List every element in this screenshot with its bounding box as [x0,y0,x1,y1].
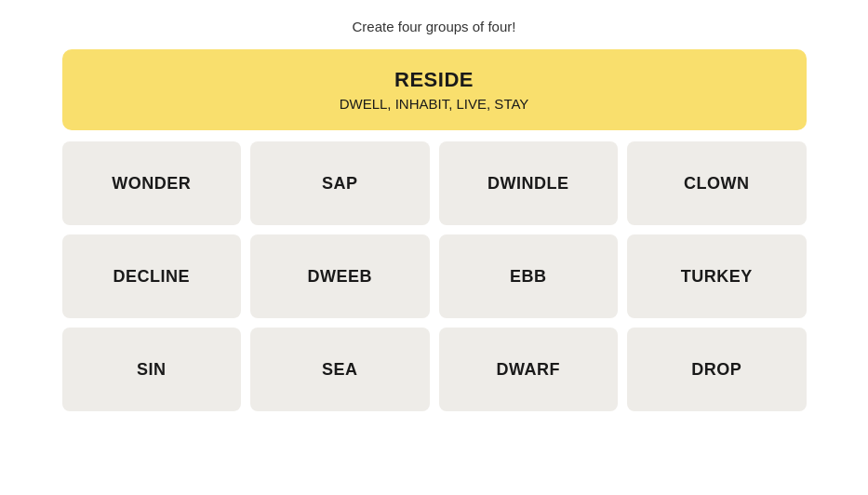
word-card-drop[interactable]: DROP [627,328,807,411]
solved-category-card: RESIDE DWELL, INHABIT, LIVE, STAY [62,49,807,130]
word-label-wonder: WONDER [112,174,191,194]
word-label-dwarf: DWARF [497,360,561,380]
word-card-wonder[interactable]: WONDER [62,141,242,225]
word-card-sea[interactable]: SEA [250,328,430,411]
word-card-ebb[interactable]: EBB [439,234,619,318]
word-card-turkey[interactable]: TURKEY [627,234,807,318]
word-card-clown[interactable]: CLOWN [627,141,807,225]
word-card-decline[interactable]: DECLINE [62,234,242,318]
word-label-sin: SIN [137,360,167,380]
solved-category-title: RESIDE [85,68,784,92]
word-label-dweeb: DWEEB [308,267,373,287]
word-label-ebb: EBB [510,267,547,287]
word-label-clown: CLOWN [684,174,749,194]
word-label-decline: DECLINE [113,267,190,287]
word-label-dwindle: DWINDLE [487,174,569,194]
word-card-dwarf[interactable]: DWARF [439,328,619,411]
word-card-dwindle[interactable]: DWINDLE [439,141,619,225]
word-card-dweeb[interactable]: DWEEB [250,234,430,318]
word-label-sap: SAP [322,174,358,194]
word-label-drop: DROP [691,360,741,380]
word-label-turkey: TURKEY [681,267,753,287]
instruction-text: Create four groups of four! [353,19,516,34]
game-container: Create four groups of four! RESIDE DWELL… [62,19,807,411]
word-card-sap[interactable]: SAP [250,141,430,225]
word-grid: WONDERSAPDWINDLECLOWNDECLINEDWEEBEBBTURK… [62,141,807,411]
word-card-sin[interactable]: SIN [62,328,242,411]
solved-category-words: DWELL, INHABIT, LIVE, STAY [85,96,784,112]
word-label-sea: SEA [322,360,358,380]
